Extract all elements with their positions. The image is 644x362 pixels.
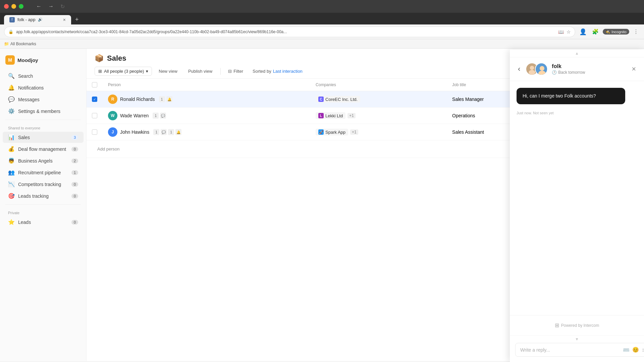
page-title: Sales <box>107 54 126 63</box>
reader-icon[interactable]: 📖 <box>558 29 564 35</box>
reload-btn[interactable]: ↻ <box>58 2 67 11</box>
chat-avatar-2 <box>535 63 548 75</box>
company-name: Lekki Ltd <box>325 113 343 118</box>
keyboard-icon[interactable]: ⌨️ <box>623 347 630 353</box>
job-title: Sales Assistant <box>452 129 484 135</box>
bookmark-icon[interactable]: ☆ <box>567 29 571 35</box>
person-cell[interactable]: W Wade Warren 1 💬 <box>103 108 310 124</box>
window-close-btn[interactable] <box>4 4 9 9</box>
person-name: Ronald Richards <box>120 97 155 102</box>
toolbar-divider <box>220 68 221 75</box>
bookmarks-label[interactable]: All Bookmarks <box>10 42 36 46</box>
sidebar-item-business-angels[interactable]: 👼 Business Angels 2 <box>3 155 84 166</box>
avatar: W <box>108 111 117 120</box>
lock-icon: 🔒 <box>8 29 13 34</box>
bell-icon2: 🔔 <box>175 129 181 135</box>
company-tag[interactable]: L Lekki Ltd <box>316 112 345 119</box>
row-checkbox-cell[interactable] <box>87 124 103 140</box>
reply-placeholder[interactable]: Write a reply... <box>520 347 623 353</box>
chat-status-text: Back tomorrow <box>558 70 585 75</box>
person-name: John Hawkins <box>120 129 149 135</box>
chat-close-btn[interactable]: × <box>630 63 637 75</box>
sidebar-item-recruitment[interactable]: 👥 Recruitment pipeline 1 <box>3 167 84 178</box>
meta-count-badge: 1 <box>153 113 159 119</box>
search-icon: 🔍 <box>8 73 15 79</box>
sort-btn[interactable]: Sorted by Last interaction <box>249 67 306 75</box>
scroll-down-btn[interactable]: ▼ <box>510 335 644 343</box>
companies-cell[interactable]: C CoreEC Inc. Ltd. <box>310 91 447 108</box>
messages-icon: 💬 <box>8 96 15 103</box>
row-checkbox-cell[interactable] <box>87 108 103 124</box>
filter-btn[interactable]: ⊟ Filter <box>225 67 247 75</box>
tab-close-btn[interactable]: × <box>63 17 66 22</box>
extensions-btn[interactable]: 🧩 <box>591 27 600 36</box>
select-all-header[interactable] <box>87 79 103 91</box>
menu-btn[interactable]: ⋮ <box>632 27 640 36</box>
person-cell[interactable]: R Ronald Richards 1 🔔 <box>103 91 310 108</box>
row-checkbox[interactable]: ✓ <box>92 97 97 102</box>
emoji-icon[interactable]: 😊 <box>632 347 639 353</box>
sidebar-item-search[interactable]: 🔍 Search <box>3 70 84 81</box>
sidebar-item-competitors[interactable]: 📉 Competitors tracking 0 <box>3 179 84 190</box>
message-time: Just now. Not seen yet <box>517 111 637 115</box>
sidebar-item-notifications[interactable]: 🔔 Notifications <box>3 82 84 93</box>
browser-tab[interactable]: f folk - app 🔊 × <box>4 15 71 24</box>
select-all-checkbox[interactable] <box>92 82 97 87</box>
publish-view-btn[interactable]: Publish view <box>184 67 216 75</box>
company-tag[interactable]: C CoreEC Inc. Ltd. <box>316 96 360 103</box>
leads-badge: 0 <box>71 220 78 225</box>
new-view-btn[interactable]: New view <box>155 67 181 75</box>
leads-tracking-badge: 0 <box>71 194 78 198</box>
reply-area[interactable]: Write a reply... ⌨️ 😊 ↕️ <box>515 343 644 357</box>
back-nav-btn[interactable]: ← <box>34 2 44 11</box>
chat-back-btn[interactable]: ‹ <box>517 63 522 75</box>
leads-icon: ⭐ <box>8 219 15 225</box>
powered-by: ⊞ Powered by Intercom <box>515 319 639 331</box>
bookmarks-folder-icon: 📁 <box>4 42 9 46</box>
avatar: R <box>108 95 117 104</box>
scroll-up-btn[interactable]: ▲ <box>510 50 644 57</box>
job-title: Sales Manager <box>452 97 484 102</box>
sidebar-item-messages[interactable]: 💬 Messages <box>3 94 84 105</box>
sort-field: Last interaction <box>273 69 303 74</box>
forward-nav-btn[interactable]: → <box>46 2 56 11</box>
sidebar-item-deal-flow[interactable]: 💰 Deal flow management 0 <box>3 143 84 155</box>
incognito-badge: 🕵️ Incognito <box>603 29 629 35</box>
row-checkbox[interactable] <box>92 113 97 118</box>
chat-name: folk <box>552 63 626 69</box>
window-max-btn[interactable] <box>19 4 23 9</box>
row-checkbox[interactable] <box>92 129 97 135</box>
browser-toolbar: 🔒 app.folk.app/apps/contacts/network/cca… <box>0 24 644 39</box>
svg-point-2 <box>529 70 535 75</box>
extra-companies-tag: +1 <box>350 129 358 135</box>
view-selector[interactable]: ⊞ All people (3 people) ▾ <box>95 67 152 76</box>
profile-btn[interactable]: 👤 <box>578 27 588 37</box>
window-min-btn[interactable] <box>11 4 16 9</box>
svg-point-4 <box>540 66 544 71</box>
address-bar[interactable]: 🔒 app.folk.app/apps/contacts/network/cca… <box>4 26 575 37</box>
bookmarks-bar: 📁 All Bookmarks <box>0 39 644 49</box>
recruitment-badge: 1 <box>71 170 78 175</box>
row-checkbox-cell[interactable]: ✓ <box>87 91 103 108</box>
sidebar-item-sales[interactable]: 📊 Sales 3 <box>3 132 84 143</box>
sidebar-item-leads-tracking[interactable]: 🎯 Leads tracking 0 <box>3 190 84 201</box>
sidebar-item-leads[interactable]: ⭐ Leads 0 <box>3 217 84 228</box>
new-tab-btn[interactable]: + <box>72 15 82 24</box>
deal-flow-badge: 0 <box>71 147 78 152</box>
companies-cell[interactable]: L Lekki Ltd +1 <box>310 108 447 124</box>
sidebar-item-label: Recruitment pipeline <box>18 170 68 175</box>
message-bubble: Hi, can I merge two Folk accounts? <box>517 88 625 104</box>
company-tag[interactable]: 🚀 Spark App <box>316 129 348 135</box>
person-name: Wade Warren <box>120 113 149 118</box>
address-text: app.folk.app/apps/contacts/network/ccaa7… <box>16 29 555 34</box>
sidebar-divider-private <box>5 204 81 205</box>
sidebar-item-settings[interactable]: ⚙️ Settings & members <box>3 106 84 117</box>
person-cell[interactable]: J John Hawkins 1 💬 1 🔔 <box>103 124 310 140</box>
browser-titlebar: ← → ↻ <box>0 0 644 13</box>
chat-status: 🕐 Back tomorrow <box>552 70 626 75</box>
companies-cell[interactable]: 🚀 Spark App +1 <box>310 124 447 140</box>
shared-section-label: Shared to everyone <box>0 123 86 131</box>
sidebar-item-label: Business Angels <box>18 158 68 164</box>
chat-panel: ▲ ‹ folk 🕐 Back tomorrow × Hi, can I mer… <box>510 50 644 362</box>
business-angels-icon: 👼 <box>8 158 15 164</box>
